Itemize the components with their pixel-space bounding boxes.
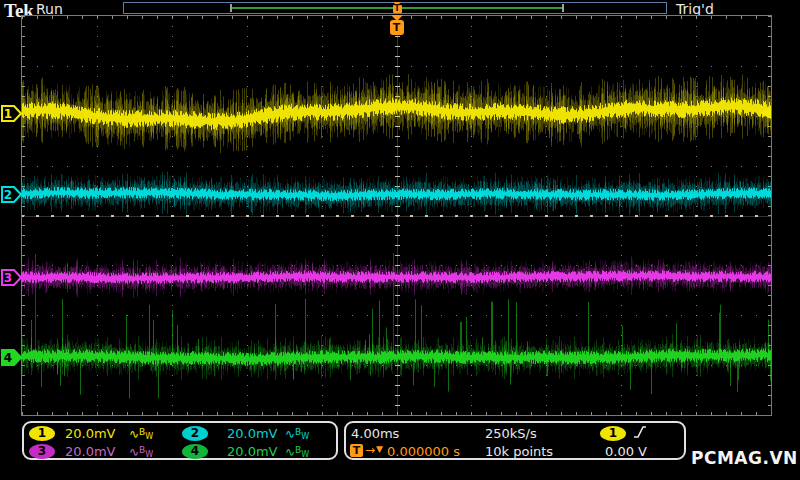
window-bracket-right bbox=[562, 4, 564, 12]
triangle-down-icon: ▼ bbox=[376, 444, 383, 454]
oscilloscope-screen: Tek Run T Trig'd T 1 2 3 4 1 2 bbox=[0, 0, 800, 480]
channel-3-badge[interactable]: 3 bbox=[29, 444, 55, 459]
trigger-position-marker[interactable]: T bbox=[390, 2, 404, 15]
channel-4-scale[interactable]: 20.0mV bbox=[227, 444, 278, 459]
time-per-div[interactable]: 4.00ms bbox=[351, 426, 399, 441]
channel-1-coupling-bw-icon: ∿BW bbox=[129, 426, 153, 441]
rising-edge-icon bbox=[632, 424, 648, 440]
channel-1-marker[interactable]: 1 bbox=[1, 105, 22, 122]
horizontal-trigger-box: 4.00ms 250kS/s 1 T → ▼ 0.000000 s 10k po… bbox=[344, 421, 686, 460]
trigger-source-badge[interactable]: 1 bbox=[600, 426, 626, 441]
channel-3-scale[interactable]: 20.0mV bbox=[65, 444, 116, 459]
channel-3-marker[interactable]: 3 bbox=[1, 269, 22, 286]
channel-4-coupling-bw-icon: ∿BW bbox=[285, 444, 309, 459]
channel-4-marker-label: 4 bbox=[4, 351, 12, 365]
channel-4-marker[interactable]: 4 bbox=[1, 349, 22, 366]
channel-1-marker-label: 1 bbox=[4, 107, 12, 121]
record-length: 10k points bbox=[485, 444, 553, 459]
trigger-position-readout[interactable]: T → ▼ 0.000000 s bbox=[346, 444, 476, 459]
sample-rate: 250kS/s bbox=[485, 426, 537, 441]
channel-3-marker-label: 3 bbox=[4, 271, 12, 285]
trigger-t-icon: T bbox=[393, 5, 402, 13]
record-view-bar[interactable]: T bbox=[123, 2, 667, 14]
channel-2-scale[interactable]: 20.0mV bbox=[227, 426, 278, 441]
window-bracket-left bbox=[230, 4, 232, 12]
trigger-t-icon: T bbox=[350, 444, 363, 457]
channel-4-badge[interactable]: 4 bbox=[182, 444, 208, 459]
channel-1-scale[interactable]: 20.0mV bbox=[65, 426, 116, 441]
arrow-right-icon: → bbox=[365, 443, 375, 457]
trigger-point-flag[interactable]: T bbox=[389, 15, 404, 35]
channel-2-coupling-bw-icon: ∿BW bbox=[285, 426, 309, 441]
watermark: PCMAG.VN bbox=[691, 448, 798, 468]
graticule bbox=[21, 15, 772, 416]
channel-3-coupling-bw-icon: ∿BW bbox=[129, 444, 153, 459]
channel-2-marker[interactable]: 2 bbox=[1, 186, 22, 203]
waveform-canvas bbox=[22, 16, 771, 415]
channel-2-marker-label: 2 bbox=[4, 188, 12, 202]
channel-readouts-box: 1 20.0mV ∿BW 2 20.0mV ∿BW 3 20.0mV ∿BW 4… bbox=[22, 421, 338, 460]
trigger-level-readout[interactable]: 0.00 V bbox=[605, 444, 647, 459]
trigger-t-icon: T bbox=[390, 20, 404, 35]
channel-1-badge[interactable]: 1 bbox=[29, 426, 55, 441]
trigger-level-arrow[interactable] bbox=[760, 107, 771, 119]
channel-2-badge[interactable]: 2 bbox=[182, 426, 208, 441]
